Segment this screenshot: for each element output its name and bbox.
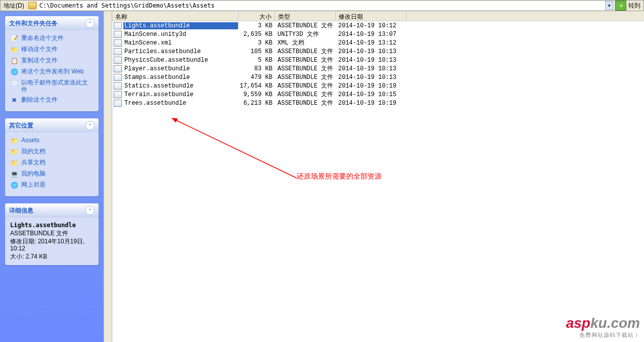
- place-item[interactable]: 📁我的文档: [10, 148, 94, 156]
- panel-details-header[interactable]: 详细信息 ⌃: [5, 203, 99, 218]
- file-row[interactable]: Lights.assetbundle3 KBASSETBUNDLE 文件2014…: [112, 21, 644, 30]
- file-icon: [114, 31, 122, 38]
- file-size: 3 KB: [238, 39, 274, 47]
- file-type: XML 文档: [274, 38, 335, 47]
- task-label: 以电子邮件形式发送此文件: [21, 79, 94, 93]
- file-icon: [114, 74, 122, 81]
- file-row[interactable]: MainScene.unity3d2,635 KBUNITY3D 文件2014-…: [112, 30, 644, 38]
- file-date: 2014-10-19 10:15: [335, 91, 406, 98]
- place-icon: 📁: [10, 137, 18, 145]
- file-icon: [114, 39, 122, 47]
- col-size[interactable]: 大小: [239, 11, 275, 21]
- file-type: ASSETBUNDLE 文件: [274, 47, 335, 56]
- file-date: 2014-10-19 13:12: [335, 39, 406, 47]
- file-name: Player.assetbundle: [123, 65, 238, 72]
- place-label: 我的文档: [21, 148, 94, 155]
- task-label: 复制这个文件: [21, 57, 94, 64]
- file-name: Terrain.assetbundle: [123, 91, 238, 98]
- file-size: 17,654 KB: [238, 82, 274, 90]
- task-item[interactable]: ✉️以电子邮件形式发送此文件: [10, 79, 94, 93]
- file-name: Lights.assetbundle: [123, 22, 238, 29]
- task-item[interactable]: 📋复制这个文件: [10, 57, 94, 65]
- place-icon: 📁: [10, 159, 18, 167]
- file-size: 6,213 KB: [238, 100, 274, 107]
- file-name: Particles.assetbundle: [123, 48, 238, 55]
- panel-places-title: 其它位置: [9, 121, 33, 130]
- file-type: UNITY3D 文件: [274, 30, 335, 38]
- file-date: 2014-10-19 10:13: [335, 74, 406, 81]
- go-label: 转到: [628, 2, 643, 10]
- file-name: Statics.assetbundle: [123, 82, 238, 90]
- collapse-icon[interactable]: ⌃: [85, 19, 95, 28]
- file-type: ASSETBUNDLE 文件: [274, 56, 335, 64]
- file-name: Trees.assetbundle: [123, 100, 238, 107]
- file-size: 5 KB: [238, 57, 274, 64]
- file-date: 2014-10-19 10:13: [335, 48, 406, 55]
- file-date: 2014-10-19 10:13: [335, 65, 406, 72]
- place-label: 我的电脑: [21, 170, 94, 177]
- task-label: 将这个文件发布到 Web: [21, 68, 94, 75]
- file-date: 2014-10-19 10:13: [335, 57, 406, 64]
- task-icon: ✉️: [10, 79, 18, 87]
- task-item[interactable]: ✖删除这个文件: [10, 96, 94, 104]
- place-item[interactable]: 📁共享文档: [10, 159, 94, 167]
- file-date: 2014-10-19 13:07: [335, 31, 406, 38]
- file-list: Lights.assetbundle3 KBASSETBUNDLE 文件2014…: [112, 21, 644, 107]
- file-size: 83 KB: [238, 65, 274, 72]
- task-icon: 📝: [10, 34, 18, 42]
- task-item[interactable]: 📝重命名这个文件: [10, 34, 94, 42]
- address-dropdown[interactable]: ▾: [605, 1, 613, 10]
- task-label: 移动这个文件: [21, 46, 94, 53]
- file-icon: [114, 100, 122, 107]
- panel-places-header[interactable]: 其它位置 ⌃: [5, 118, 99, 133]
- file-row[interactable]: Trees.assetbundle6,213 KBASSETBUNDLE 文件2…: [112, 99, 644, 107]
- file-size: 3 KB: [238, 22, 274, 29]
- arrow-annotation: [170, 117, 302, 183]
- file-row[interactable]: Terrain.assetbundle9,559 KBASSETBUNDLE 文…: [112, 90, 644, 99]
- file-icon: [114, 65, 122, 72]
- file-list-pane: 名称 大小 类型 修改日期 Lights.assetbundle3 KBASSE…: [112, 11, 644, 342]
- file-name: PhysicsCube.assetbundle: [123, 57, 238, 64]
- detail-moddate: 修改日期: 2014年10月19日, 10:12: [10, 238, 94, 252]
- address-bar: 地址(D) ▾ 转到: [0, 0, 644, 11]
- go-button[interactable]: [615, 1, 626, 11]
- folder-icon: [28, 2, 36, 9]
- address-input[interactable]: [37, 1, 605, 10]
- file-name: MainScene.xml: [123, 39, 238, 47]
- file-row[interactable]: Stamps.assetbundle479 KBASSETBUNDLE 文件20…: [112, 73, 644, 81]
- file-row[interactable]: MainScene.xml3 KBXML 文档2014-10-19 13:12: [112, 38, 644, 47]
- file-size: 9,559 KB: [238, 91, 274, 98]
- col-date[interactable]: 修改日期: [336, 11, 406, 21]
- collapse-icon[interactable]: ⌃: [85, 206, 95, 215]
- file-date: 2014-10-19 10:19: [335, 100, 406, 107]
- file-size: 479 KB: [238, 74, 274, 81]
- file-row[interactable]: Particles.assetbundle105 KBASSETBUNDLE 文…: [112, 47, 644, 56]
- panel-tasks-title: 文件和文件夹任务: [9, 19, 58, 28]
- file-icon: [114, 48, 122, 55]
- file-row[interactable]: Player.assetbundle83 KBASSETBUNDLE 文件201…: [112, 64, 644, 73]
- task-item[interactable]: 📁移动这个文件: [10, 46, 94, 54]
- panel-tasks-header[interactable]: 文件和文件夹任务 ⌃: [5, 16, 99, 30]
- place-item[interactable]: 💻我的电脑: [10, 170, 94, 178]
- place-item[interactable]: 📁Assets: [10, 137, 94, 145]
- place-icon: 🌐: [10, 181, 18, 189]
- place-item[interactable]: 🌐网上邻居: [10, 181, 94, 189]
- col-type[interactable]: 类型: [275, 11, 336, 21]
- place-icon: 📁: [10, 148, 18, 156]
- sidebar-scrollbar[interactable]: [104, 11, 112, 342]
- file-name: MainScene.unity3d: [123, 31, 238, 38]
- svg-line-0: [175, 120, 297, 178]
- col-name[interactable]: 名称: [112, 11, 239, 21]
- file-type: ASSETBUNDLE 文件: [274, 21, 335, 30]
- file-icon: [114, 82, 122, 90]
- task-label: 删除这个文件: [21, 96, 94, 103]
- task-item[interactable]: 🌐将这个文件发布到 Web: [10, 68, 94, 76]
- file-icon: [114, 91, 122, 98]
- collapse-icon[interactable]: ⌃: [85, 121, 95, 130]
- file-list-header: 名称 大小 类型 修改日期: [112, 11, 644, 21]
- task-icon: 📁: [10, 46, 18, 54]
- file-row[interactable]: PhysicsCube.assetbundle5 KBASSETBUNDLE 文…: [112, 56, 644, 64]
- task-icon: ✖: [10, 96, 18, 104]
- address-label: 地址(D): [1, 2, 27, 10]
- file-row[interactable]: Statics.assetbundle17,654 KBASSETBUNDLE …: [112, 81, 644, 90]
